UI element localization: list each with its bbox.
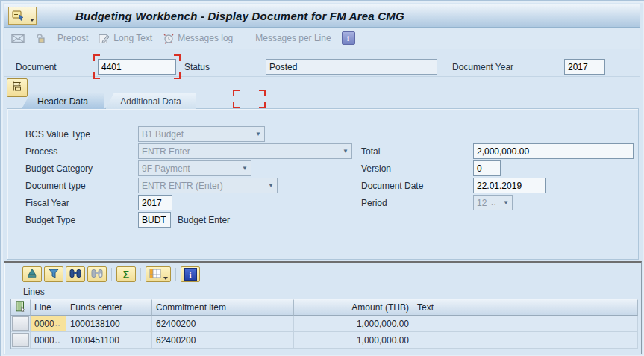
- header-data-panel: BCS Value Type Process Budget Category D…: [7, 108, 639, 260]
- version-input[interactable]: 0: [473, 160, 501, 176]
- chevron-down-icon[interactable]: ▼: [268, 182, 274, 189]
- version-label: Version: [361, 163, 391, 174]
- grid-header-row: Line Funds center Commitment item Amount…: [11, 299, 638, 316]
- column-header-funds-center[interactable]: Funds center: [66, 299, 152, 316]
- line-cell[interactable]: 0000 ..: [31, 316, 66, 332]
- process-label: Process: [25, 146, 57, 157]
- select-sheet-icon: [15, 301, 26, 314]
- period-value: 12: [477, 198, 487, 208]
- check-document-button[interactable]: [11, 34, 25, 43]
- table-layout-icon: [149, 268, 161, 281]
- column-header-commitment-item[interactable]: Commitment item: [152, 299, 294, 316]
- amount-cell[interactable]: 1,000,000.00: [294, 316, 413, 332]
- bcs-value-type-select[interactable]: B1 Budget ▼: [138, 126, 265, 142]
- messages-per-line-button[interactable]: Messages per Line: [255, 33, 331, 43]
- period-label: Period: [361, 198, 387, 208]
- chevron-down-icon[interactable]: ▼: [255, 131, 261, 137]
- prepost-button[interactable]: Prepost: [57, 33, 88, 43]
- sort-ascending-button[interactable]: [22, 266, 42, 282]
- fiscal-year-input[interactable]: 2017: [138, 195, 172, 210]
- column-header-text[interactable]: Text: [413, 299, 638, 316]
- messages-log-label: Messages log: [178, 33, 233, 43]
- row-selector[interactable]: [11, 332, 31, 349]
- tab-header-data-label: Header Data: [37, 96, 88, 107]
- grid-toolbar: Σ i: [22, 266, 200, 282]
- chevron-down-icon[interactable]: ▼: [503, 199, 509, 206]
- document-type-select[interactable]: ENTR ENTR (Enter) ▼: [138, 178, 278, 193]
- line-value: 0000: [34, 319, 54, 329]
- line-value: 0000: [34, 335, 54, 346]
- chevron-down-icon[interactable]: [163, 277, 168, 280]
- chevron-down-icon[interactable]: [28, 7, 36, 24]
- funds-center-cell[interactable]: 1000138100: [66, 316, 152, 332]
- budget-category-select[interactable]: 9F Payment ▼: [138, 160, 251, 176]
- column-header-line[interactable]: Line: [31, 299, 66, 316]
- funds-center-cell[interactable]: 1000451100: [66, 332, 152, 349]
- process-value: ENTR Enter: [142, 146, 190, 157]
- commitment-item-cell[interactable]: 62400200: [152, 316, 294, 332]
- tab-header-data[interactable]: Header Data: [22, 93, 104, 109]
- filter-button[interactable]: [44, 266, 63, 282]
- total-value: 2,000,000.00: [477, 146, 529, 157]
- status-label: Status: [184, 62, 210, 72]
- row-selector[interactable]: [11, 316, 31, 332]
- binoculars-icon: [69, 268, 81, 281]
- unlock-icon: [35, 33, 47, 43]
- chevron-down-icon[interactable]: ▼: [343, 148, 348, 154]
- document-date-input[interactable]: 22.01.2019: [473, 178, 546, 193]
- fiscal-year-label: Fiscal Year: [25, 198, 69, 208]
- document-type-value: ENTR ENTR (Enter): [142, 181, 223, 191]
- filter-funnel-icon: [49, 268, 59, 281]
- total-field[interactable]: 2,000,000.00: [473, 143, 634, 159]
- messages-log-button[interactable]: Messages log: [163, 33, 233, 44]
- truncation-dots: ..: [55, 319, 61, 328]
- bcs-value-type-label: BCS Value Type: [25, 129, 90, 140]
- info-button[interactable]: i: [342, 31, 355, 45]
- toolbar-separator: [175, 268, 176, 281]
- gui-actions-menu-button[interactable]: [8, 7, 37, 25]
- document-label: Document: [16, 62, 57, 72]
- layout-select-button[interactable]: [146, 266, 171, 282]
- budgeting-workbench-window: Budgeting Workbench - Display Document f…: [0, 0, 644, 356]
- amount-cell[interactable]: 1,000,000.00: [294, 332, 413, 349]
- document-value: 4401: [101, 62, 122, 72]
- total-sum-button[interactable]: Σ: [116, 266, 136, 282]
- application-toolbar: Prepost Long Text Messages log: [4, 28, 640, 49]
- document-year-value: 2017: [568, 62, 588, 72]
- tab-additional-data[interactable]: Additional Data: [105, 93, 196, 109]
- grid-info-button[interactable]: i: [181, 266, 200, 282]
- line-cell[interactable]: 0000 ..: [31, 332, 66, 349]
- sigma-sum-icon: Σ: [123, 269, 129, 280]
- truncation-dots: ..: [491, 199, 497, 207]
- text-cell[interactable]: [413, 332, 638, 349]
- total-label: Total: [361, 146, 380, 157]
- chevron-down-icon[interactable]: ▼: [242, 165, 248, 172]
- truncation-dots: ..: [55, 336, 61, 344]
- toolbar-separator: [111, 268, 112, 281]
- commitment-item-cell[interactable]: 62400200: [152, 332, 294, 349]
- table-row: 0000 .. 1000138100 62400200 1,000,000.00: [11, 316, 638, 332]
- find-next-button[interactable]: [87, 266, 107, 282]
- document-year-label: Document Year: [452, 62, 513, 72]
- display-change-toggle-button[interactable]: [35, 33, 47, 43]
- process-select[interactable]: ENTR Enter ▼: [138, 143, 352, 159]
- long-text-button[interactable]: Long Text: [99, 33, 152, 44]
- fiscal-year-value: 2017: [142, 198, 162, 208]
- document-date-value: 22.01.2019: [477, 181, 522, 191]
- select-all-corner-button[interactable]: [11, 299, 31, 316]
- document-year-input[interactable]: 2017: [564, 59, 605, 75]
- pencil-note-icon: [99, 33, 110, 44]
- info-icon: i: [184, 268, 197, 281]
- budget-type-value: BUDT: [142, 215, 166, 225]
- flag-icon: [11, 81, 23, 95]
- toolbar-separator: [140, 268, 141, 281]
- budget-category-value: 9F Payment: [142, 163, 190, 174]
- alarm-bell-icon: [163, 33, 175, 44]
- text-cell[interactable]: [413, 316, 638, 332]
- find-button[interactable]: [66, 266, 85, 282]
- budget-type-input[interactable]: BUDT: [138, 212, 171, 228]
- column-header-amount[interactable]: Amount (THB): [294, 299, 413, 316]
- period-select[interactable]: 12 .. ▼: [473, 195, 513, 210]
- document-input[interactable]: 4401: [98, 59, 176, 75]
- expand-header-button[interactable]: [7, 78, 28, 97]
